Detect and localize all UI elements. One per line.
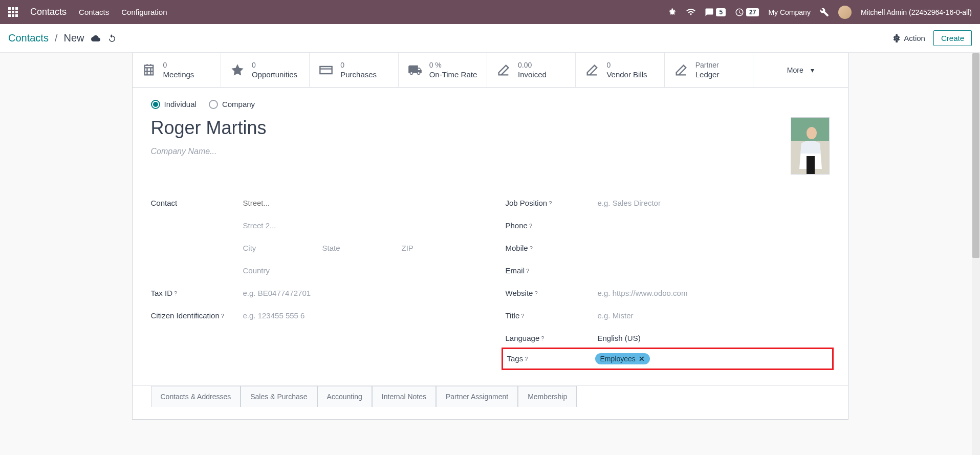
tabs-row: Contacts & Addresses Sales & Purchase Ac… bbox=[133, 385, 848, 407]
breadcrumb-sep: / bbox=[55, 32, 58, 44]
star-icon bbox=[230, 63, 245, 77]
job-input[interactable] bbox=[598, 199, 830, 207]
clock-badge: 27 bbox=[746, 8, 759, 16]
undo-icon[interactable] bbox=[107, 34, 117, 43]
state-input[interactable] bbox=[322, 244, 396, 252]
stat-invoiced[interactable]: 0.00Invoiced bbox=[487, 53, 576, 87]
tools-icon[interactable] bbox=[820, 8, 829, 17]
truck-icon bbox=[408, 63, 422, 77]
create-button[interactable]: Create bbox=[933, 30, 972, 46]
label-contact: Contact bbox=[151, 199, 243, 207]
company-name-input[interactable] bbox=[151, 147, 791, 156]
chat-notifications[interactable]: 5 bbox=[705, 8, 726, 17]
cloud-icon[interactable] bbox=[91, 34, 101, 43]
citizen-input[interactable] bbox=[243, 311, 475, 320]
stat-more[interactable]: More ▾ bbox=[753, 53, 847, 87]
edit-icon bbox=[585, 63, 599, 77]
stat-vendor-bills[interactable]: 0Vendor Bills bbox=[576, 53, 664, 87]
username[interactable]: Mitchell Admin (22452964-16-0-all) bbox=[861, 8, 972, 16]
clock-icon bbox=[735, 8, 744, 17]
scrollbar[interactable] bbox=[972, 53, 980, 420]
tab-internal-notes[interactable]: Internal Notes bbox=[372, 386, 436, 407]
tax-input[interactable] bbox=[243, 289, 475, 297]
nav-link-contacts[interactable]: Contacts bbox=[79, 8, 109, 16]
contact-photo[interactable] bbox=[791, 117, 830, 175]
tab-sales-purchase[interactable]: Sales & Purchase bbox=[241, 386, 317, 407]
mobile-input[interactable] bbox=[598, 244, 830, 252]
tab-contacts-addresses[interactable]: Contacts & Addresses bbox=[151, 386, 241, 407]
chat-icon bbox=[705, 8, 714, 17]
svg-rect-3 bbox=[807, 156, 815, 175]
label-title: Title? bbox=[506, 311, 598, 320]
edit-icon bbox=[674, 63, 688, 77]
breadcrumb-bar: Contacts / New Action Create bbox=[0, 24, 980, 53]
credit-card-icon bbox=[319, 63, 333, 77]
apps-icon[interactable] bbox=[8, 7, 18, 17]
top-nav: Contacts Contacts Configuration 5 27 My … bbox=[0, 0, 980, 24]
form-body: Individual Company Roger Martins bbox=[132, 88, 848, 420]
tags-row-highlight: Tags? Employees ✕ bbox=[502, 348, 834, 370]
radio-individual[interactable]: Individual bbox=[151, 100, 197, 109]
avatar[interactable] bbox=[838, 6, 852, 19]
stat-partner-ledger[interactable]: PartnerLedger bbox=[665, 53, 753, 87]
nav-title[interactable]: Contacts bbox=[30, 7, 67, 17]
label-mobile: Mobile? bbox=[506, 244, 598, 252]
label-email: Email? bbox=[506, 266, 598, 275]
website-input[interactable] bbox=[598, 289, 830, 297]
language-value[interactable]: English (US) bbox=[598, 334, 830, 342]
clock-notifications[interactable]: 27 bbox=[735, 8, 759, 17]
stats-bar: 0Meetings 0Opportunities 0Purchases 0 %O… bbox=[132, 53, 848, 88]
street2-input[interactable] bbox=[243, 221, 475, 230]
chat-badge: 5 bbox=[716, 8, 726, 16]
contact-name[interactable]: Roger Martins bbox=[151, 117, 791, 139]
company-name[interactable]: My Company bbox=[768, 8, 810, 16]
label-language: Language? bbox=[506, 334, 598, 342]
wifi-icon[interactable] bbox=[686, 8, 695, 17]
tab-partner-assignment[interactable]: Partner Assignment bbox=[436, 386, 518, 407]
stat-purchases[interactable]: 0Purchases bbox=[310, 53, 398, 87]
label-website: Website? bbox=[506, 289, 598, 297]
chevron-down-icon: ▾ bbox=[811, 66, 814, 74]
tab-membership[interactable]: Membership bbox=[518, 386, 577, 407]
tag-employees[interactable]: Employees ✕ bbox=[595, 353, 650, 364]
email-input[interactable] bbox=[598, 266, 830, 275]
country-input[interactable] bbox=[243, 266, 475, 275]
label-job: Job Position? bbox=[506, 199, 598, 207]
stat-meetings[interactable]: 0Meetings bbox=[133, 53, 221, 87]
radio-company[interactable]: Company bbox=[209, 100, 255, 109]
label-tags: Tags? bbox=[503, 354, 595, 363]
tag-remove-icon[interactable]: ✕ bbox=[639, 355, 645, 363]
breadcrumb-current: New bbox=[64, 32, 84, 44]
bug-icon[interactable] bbox=[668, 8, 677, 17]
street-input[interactable] bbox=[243, 199, 475, 207]
city-input[interactable] bbox=[243, 244, 316, 252]
edit-icon bbox=[496, 63, 511, 77]
tab-accounting[interactable]: Accounting bbox=[317, 386, 372, 407]
scrollbar-thumb[interactable] bbox=[972, 53, 979, 258]
label-tax: Tax ID? bbox=[151, 289, 243, 297]
label-phone: Phone? bbox=[506, 221, 598, 230]
breadcrumb-root[interactable]: Contacts bbox=[8, 32, 49, 44]
zip-input[interactable] bbox=[402, 244, 475, 252]
svg-point-2 bbox=[807, 127, 817, 139]
action-button[interactable]: Action bbox=[892, 34, 925, 42]
title-input[interactable] bbox=[598, 311, 830, 320]
label-citizen: Citizen Identification? bbox=[151, 311, 243, 320]
stat-opportunities[interactable]: 0Opportunities bbox=[221, 53, 310, 87]
nav-link-configuration[interactable]: Configuration bbox=[121, 8, 167, 16]
calendar-icon bbox=[142, 63, 156, 77]
phone-input[interactable] bbox=[598, 221, 830, 230]
stat-ontime[interactable]: 0 %On-Time Rate bbox=[399, 53, 487, 87]
